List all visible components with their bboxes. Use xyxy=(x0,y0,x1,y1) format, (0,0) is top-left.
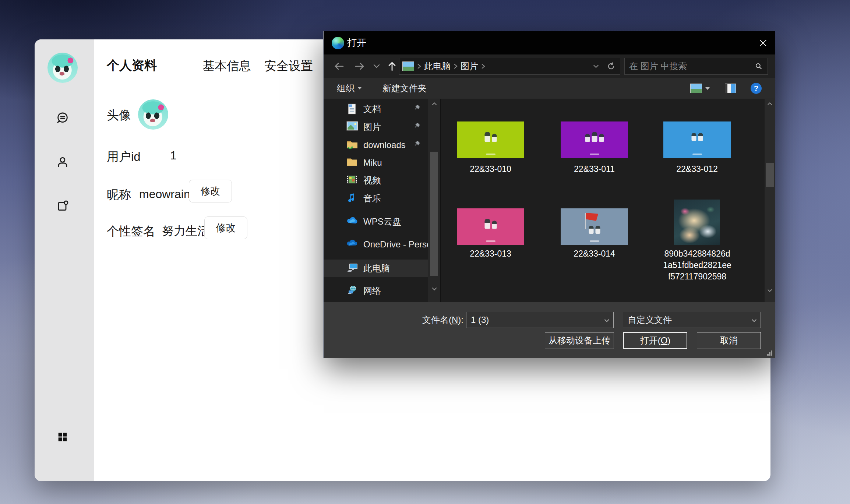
file-name[interactable]: 890b342884826d1a51fdbed2821eef5721179025… xyxy=(662,248,732,282)
place-pictures[interactable]: 图片 xyxy=(324,118,428,136)
file-thumbnail[interactable] xyxy=(663,121,731,158)
back-icon[interactable] xyxy=(332,60,346,73)
wps-cloud-icon xyxy=(346,216,358,228)
scroll-down-icon[interactable] xyxy=(428,287,440,291)
cancel-button[interactable]: 取消 xyxy=(697,332,761,349)
pin-icon xyxy=(413,140,421,150)
preview-pane-icon xyxy=(725,84,736,93)
apps-grid-icon[interactable] xyxy=(53,427,72,447)
nickname-label: 昵称 xyxy=(107,187,131,203)
sidebar-avatar[interactable] xyxy=(47,53,78,83)
place-label: 此电脑 xyxy=(363,262,390,274)
close-icon[interactable] xyxy=(751,31,775,54)
place-label: 文档 xyxy=(363,103,381,115)
signature-value: 努力生活 xyxy=(162,223,209,239)
box-badge-icon[interactable] xyxy=(53,197,72,216)
file-name[interactable]: 22&33-011 xyxy=(561,163,628,175)
avatar-label: 头像 xyxy=(107,107,131,124)
filename-dropdown-chevron-icon[interactable] xyxy=(604,317,610,324)
profile-avatar-image[interactable] xyxy=(138,99,168,130)
preview-pane-button[interactable] xyxy=(725,78,736,99)
file-name[interactable]: 22&33-014 xyxy=(561,248,628,260)
signature-label: 个性签名 xyxy=(107,223,155,240)
onedrive-icon xyxy=(346,239,358,250)
chevron-right-icon xyxy=(454,63,458,69)
file-thumbnail[interactable] xyxy=(457,208,524,245)
signature-edit-button[interactable]: 修改 xyxy=(204,216,247,239)
help-button[interactable]: ? xyxy=(751,83,762,94)
filetype-dropdown-chevron-icon[interactable] xyxy=(751,317,757,324)
organize-label: 组织 xyxy=(337,82,355,94)
user-icon[interactable] xyxy=(53,152,72,172)
music-icon xyxy=(346,193,358,204)
chat-bubble-icon[interactable] xyxy=(53,109,72,128)
filetype-select[interactable]: 自定义文件 xyxy=(623,312,761,328)
document-icon xyxy=(346,103,358,115)
file-name[interactable]: 22&33-012 xyxy=(663,163,731,175)
dialog-title-bar[interactable]: 打开 xyxy=(324,31,775,54)
nickname-value: meowrain xyxy=(139,187,190,201)
address-dropdown-chevron-icon[interactable] xyxy=(593,64,599,68)
file-name[interactable]: 22&33-013 xyxy=(457,248,524,260)
page-title: 个人资料 xyxy=(107,57,157,74)
this-pc-icon xyxy=(346,262,358,274)
view-thumbnails-button[interactable] xyxy=(690,78,710,99)
up-icon[interactable] xyxy=(385,60,399,73)
folder-icon xyxy=(346,157,358,169)
file-thumbnail[interactable] xyxy=(674,200,720,245)
place-network[interactable]: 网络 xyxy=(324,282,428,300)
breadcrumb-pictures[interactable]: 图片 xyxy=(461,60,478,72)
tab-security-settings[interactable]: 安全设置 xyxy=(264,58,313,74)
scroll-up-icon[interactable] xyxy=(428,102,440,106)
pictures-icon xyxy=(346,121,358,133)
scroll-up-icon[interactable] xyxy=(765,102,775,105)
place-this-pc[interactable]: 此电脑 xyxy=(324,260,428,277)
file-thumbnail[interactable] xyxy=(561,208,628,245)
place-miku-folder[interactable]: Miku xyxy=(324,154,428,172)
place-music[interactable]: 音乐 xyxy=(324,190,428,207)
network-icon xyxy=(346,285,358,297)
breadcrumb-this-pc[interactable]: 此电脑 xyxy=(424,60,451,72)
search-icon[interactable] xyxy=(755,63,762,70)
organize-button[interactable]: 组织 xyxy=(337,78,361,99)
downloads-folder-icon xyxy=(346,139,358,151)
open-button[interactable]: 打开(O) xyxy=(623,332,687,349)
user-id-label: 用户id xyxy=(107,149,141,165)
upload-from-mobile-button[interactable]: 从移动设备上传 xyxy=(545,332,614,349)
filename-combobox[interactable] xyxy=(466,312,614,328)
breadcrumb[interactable]: 此电脑 图片 xyxy=(399,58,602,75)
recent-locations-chevron-icon[interactable] xyxy=(371,60,382,73)
place-label: 图片 xyxy=(363,121,381,133)
files-scrollbar-thumb[interactable] xyxy=(766,163,774,187)
app-sidebar xyxy=(35,39,94,481)
place-onedrive[interactable]: OneDrive - Perso xyxy=(324,236,428,253)
refresh-icon[interactable] xyxy=(602,58,620,75)
forward-icon[interactable] xyxy=(353,60,366,73)
place-downloads[interactable]: downloads xyxy=(324,136,428,154)
nickname-edit-button[interactable]: 修改 xyxy=(189,180,232,202)
new-folder-button[interactable]: 新建文件夹 xyxy=(382,78,427,99)
tab-basic-info[interactable]: 基本信息 xyxy=(202,58,251,74)
resize-grip[interactable] xyxy=(767,350,772,356)
place-label: 音乐 xyxy=(363,193,381,204)
file-thumbnail[interactable] xyxy=(457,121,524,158)
pin-icon xyxy=(413,104,421,114)
scroll-down-icon[interactable] xyxy=(765,289,775,292)
chevron-right-icon xyxy=(481,63,485,69)
places-scrollbar[interactable] xyxy=(428,99,440,302)
place-documents[interactable]: 文档 xyxy=(324,100,428,118)
files-scrollbar[interactable] xyxy=(765,99,775,302)
search-box[interactable] xyxy=(624,58,768,75)
place-label: Miku xyxy=(363,158,382,168)
places-scrollbar-thumb[interactable] xyxy=(430,152,438,276)
place-wps-cloud[interactable]: WPS云盘 xyxy=(324,213,428,230)
chevron-right-icon xyxy=(417,63,421,69)
address-bar: 此电脑 图片 xyxy=(324,54,775,78)
file-thumbnail[interactable] xyxy=(561,121,628,158)
search-input[interactable] xyxy=(625,61,755,71)
filename-input[interactable] xyxy=(466,312,602,328)
filename-label: 文件名(N): xyxy=(390,312,463,328)
place-videos[interactable]: 视频 xyxy=(324,172,428,189)
file-name[interactable]: 22&33-010 xyxy=(457,163,524,175)
dialog-footer: 文件名(N): 自定义文件 从移动设备上传 打开(O) 取消 xyxy=(324,302,775,358)
